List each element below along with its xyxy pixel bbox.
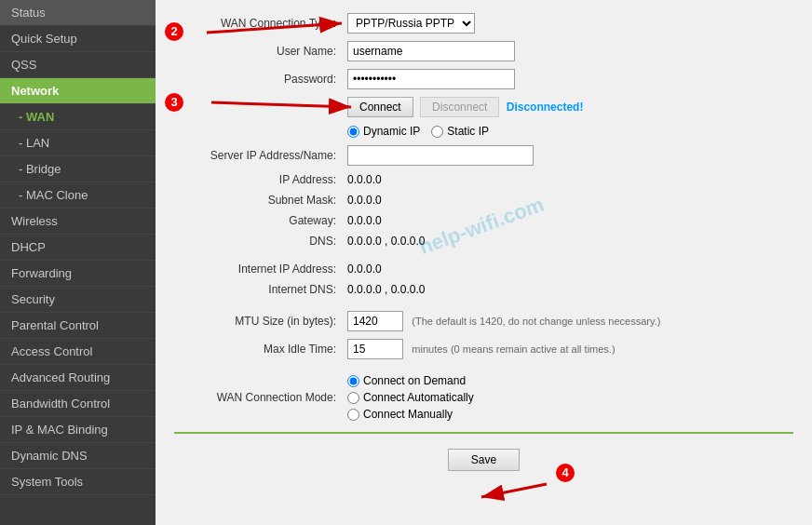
mtu-hint: (The default is 1420, do not change unle… [412, 316, 660, 327]
dns-label: DNS: [174, 231, 342, 251]
subnet-row: Subnet Mask: 0.0.0.0 [174, 190, 793, 210]
mode-demand-radio[interactable] [347, 375, 359, 387]
main-content: help-wifi.com 1 2 3 4 WAN Connection Typ… [156, 0, 812, 525]
wan-mode-label: WAN Connection Mode: [174, 370, 342, 424]
sidebar-item-quick-setup[interactable]: Quick Setup [0, 26, 156, 52]
username-cell [342, 37, 793, 65]
sidebar-item-qss[interactable]: QSS [0, 52, 156, 78]
username-row: User Name: [174, 37, 793, 65]
dynamic-ip-label: Dynamic IP [363, 125, 420, 138]
internet-dns-label: Internet DNS: [174, 279, 342, 300]
wan-mode-group: Connect on Demand Connect Automatically … [347, 374, 788, 421]
dns-value: 0.0.0.0 , 0.0.0.0 [342, 231, 793, 251]
sidebar-item-wireless[interactable]: Wireless [0, 209, 156, 235]
disconnected-status: Disconnected! [507, 101, 584, 114]
wan-type-value: PPTP/Russia PPTP [342, 9, 793, 37]
wan-type-label: WAN Connection Type: [174, 9, 342, 37]
gateway-row: Gateway: 0.0.0.0 [174, 210, 793, 231]
sidebar-item-bridge[interactable]: - Bridge [0, 156, 156, 182]
spacer-row2 [174, 300, 793, 307]
sidebar-item-system-tools[interactable]: System Tools [0, 469, 156, 495]
sidebar-item-dhcp[interactable]: DHCP [0, 235, 156, 261]
wan-type-select[interactable]: PPTP/Russia PPTP [347, 13, 475, 34]
wan-type-row: WAN Connection Type: PPTP/Russia PPTP [174, 9, 793, 37]
mtu-label: MTU Size (in bytes): [174, 307, 342, 335]
mode-auto-label: Connect Automatically [363, 391, 474, 404]
save-row: Save [174, 441, 793, 478]
badge-2: 2 [165, 22, 183, 41]
badge-4: 4 [556, 464, 575, 482]
static-ip-option[interactable]: Static IP [431, 125, 489, 138]
sidebar-item-network[interactable]: Network [0, 78, 156, 104]
server-ip-row: Server IP Address/Name: [174, 141, 793, 169]
mtu-input[interactable] [347, 311, 403, 331]
sidebar-item-security[interactable]: Security [0, 287, 156, 313]
sidebar: Status Quick Setup QSS Network - WAN - L… [0, 0, 156, 525]
max-idle-input[interactable] [347, 339, 403, 359]
internet-ip-label: Internet IP Address: [174, 259, 342, 279]
ip-address-label: IP Address: [174, 169, 342, 190]
dns-row: DNS: 0.0.0.0 , 0.0.0.0 [174, 231, 793, 251]
sidebar-item-dynamic-dns[interactable]: Dynamic DNS [0, 443, 156, 469]
connect-row: Connect Disconnect Disconnected! [174, 93, 793, 121]
internet-ip-value: 0.0.0.0 [342, 259, 793, 279]
mode-manual-radio[interactable] [347, 409, 359, 421]
server-ip-label: Server IP Address/Name: [174, 141, 342, 169]
sidebar-item-lan[interactable]: - LAN [0, 130, 156, 156]
max-idle-label: Max Idle Time: [174, 335, 342, 363]
sidebar-item-wan[interactable]: - WAN [0, 104, 156, 130]
internet-ip-row: Internet IP Address: 0.0.0.0 [174, 259, 793, 279]
internet-dns-row: Internet DNS: 0.0.0.0 , 0.0.0.0 [174, 279, 793, 300]
password-cell [342, 65, 793, 93]
internet-dns-value: 0.0.0.0 , 0.0.0.0 [342, 279, 793, 300]
sidebar-item-status[interactable]: Status [0, 0, 156, 26]
wan-mode-row: WAN Connection Mode: Connect on Demand C… [174, 370, 793, 424]
password-row: Password: [174, 65, 793, 93]
mode-auto-radio[interactable] [347, 392, 359, 404]
mode-demand-option[interactable]: Connect on Demand [347, 374, 788, 387]
max-idle-row: Max Idle Time: minutes (0 means remain a… [174, 335, 793, 363]
ip-type-group: Dynamic IP Static IP [347, 125, 788, 138]
username-input[interactable] [347, 41, 515, 61]
spacer-row [174, 251, 793, 259]
sidebar-item-bandwidth-control[interactable]: Bandwidth Control [0, 391, 156, 417]
ip-address-value: 0.0.0.0 [342, 169, 793, 190]
wan-form: WAN Connection Type: PPTP/Russia PPTP Us… [174, 9, 793, 424]
subnet-value: 0.0.0.0 [342, 190, 793, 210]
username-label: User Name: [174, 37, 342, 65]
mode-manual-option[interactable]: Connect Manually [347, 408, 788, 421]
gateway-label: Gateway: [174, 210, 342, 231]
save-button[interactable]: Save [448, 449, 520, 471]
server-ip-input[interactable] [347, 145, 534, 166]
spacer-row3 [174, 363, 793, 370]
sidebar-item-ip-mac-binding[interactable]: IP & MAC Binding [0, 417, 156, 443]
ip-type-row: Dynamic IP Static IP [174, 121, 793, 141]
dynamic-ip-radio[interactable] [347, 126, 359, 138]
gateway-value: 0.0.0.0 [342, 210, 793, 231]
static-ip-label: Static IP [447, 125, 489, 138]
ip-address-row: IP Address: 0.0.0.0 [174, 169, 793, 190]
mode-demand-label: Connect on Demand [363, 374, 466, 387]
section-divider [174, 432, 793, 434]
password-input[interactable] [347, 69, 515, 89]
badge-3: 3 [165, 93, 183, 112]
dynamic-ip-option[interactable]: Dynamic IP [347, 125, 420, 138]
connect-button[interactable]: Connect [347, 97, 413, 117]
max-idle-hint: minutes (0 means remain active at all ti… [412, 343, 615, 355]
disconnect-button: Disconnect [420, 97, 499, 117]
sidebar-item-mac-clone[interactable]: - MAC Clone [0, 182, 156, 209]
mode-auto-option[interactable]: Connect Automatically [347, 391, 788, 404]
static-ip-radio[interactable] [431, 126, 443, 138]
password-label: Password: [174, 65, 342, 93]
mtu-row: MTU Size (in bytes): (The default is 142… [174, 307, 793, 335]
sidebar-item-forwarding[interactable]: Forwarding [0, 261, 156, 287]
sidebar-item-access-control[interactable]: Access Control [0, 339, 156, 365]
sidebar-item-advanced-routing[interactable]: Advanced Routing [0, 365, 156, 391]
subnet-label: Subnet Mask: [174, 190, 342, 210]
svg-line-3 [481, 484, 547, 497]
mode-manual-label: Connect Manually [363, 408, 453, 421]
sidebar-item-parental-control[interactable]: Parental Control [0, 313, 156, 339]
